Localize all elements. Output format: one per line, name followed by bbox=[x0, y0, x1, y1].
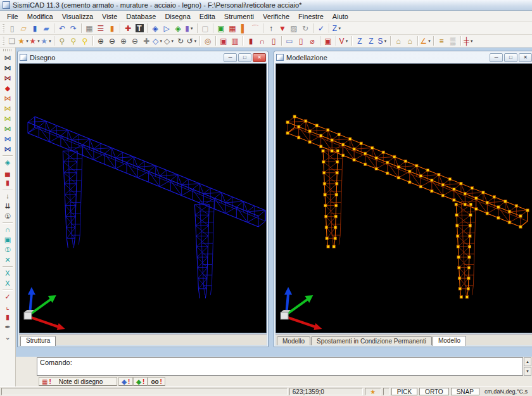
orbit-free-button-dropdown-icon[interactable]: ▼ bbox=[194, 39, 198, 43]
render-image-button[interactable]: ▣ bbox=[218, 35, 229, 47]
disegno-close-button[interactable]: ✕ bbox=[253, 53, 266, 62]
lamp-off-button[interactable]: ⚲ bbox=[56, 35, 68, 47]
notes-alert-button[interactable]: ▦! Note di disegno bbox=[39, 377, 117, 386]
modellazione-tab-modello-0[interactable]: Modello bbox=[277, 336, 310, 345]
more-tools-button[interactable]: ⌄ bbox=[2, 332, 13, 342]
panel-load-button[interactable]: ① bbox=[2, 211, 13, 221]
element-type-10-button[interactable]: ⋈ bbox=[2, 144, 13, 154]
plinth-3d-button[interactable]: ◈ bbox=[2, 157, 13, 167]
draw-line-button-dropdown-icon[interactable]: ▼ bbox=[338, 27, 341, 30]
load-case-2-button[interactable]: Z bbox=[365, 35, 377, 47]
element-type-7-button[interactable]: ⋈ bbox=[2, 113, 13, 124]
surface-tool-button[interactable]: ▨ bbox=[288, 23, 300, 34]
layer-state-orange-button[interactable]: ★▼ bbox=[18, 35, 29, 47]
check-line-button[interactable]: ✓ bbox=[2, 291, 13, 302]
toolbar-grip[interactable] bbox=[3, 49, 12, 51]
modellazione-minimize-button[interactable]: ─ bbox=[490, 53, 503, 62]
mesh-cut-button[interactable]: ✕ bbox=[2, 255, 13, 265]
pile-cap-button[interactable]: ▄ bbox=[2, 167, 13, 177]
verify-v-button[interactable]: V▼ bbox=[338, 35, 350, 47]
eyedropper-button[interactable]: ✒ bbox=[2, 322, 13, 332]
element-type-4-button[interactable]: ◆ bbox=[2, 83, 13, 93]
menu-edita[interactable]: Edita bbox=[195, 12, 220, 21]
modellazione-canvas[interactable] bbox=[276, 63, 532, 333]
window-disegno[interactable]: Disegno ─ □ ✕ Struttura bbox=[17, 51, 269, 347]
element-type-2-button[interactable]: ⋈ bbox=[2, 63, 13, 73]
terrain-button[interactable]: ▒ bbox=[447, 35, 459, 47]
layer-state-blue-button-dropdown-icon[interactable]: ▼ bbox=[48, 39, 52, 43]
view-north-button[interactable]: ◈ bbox=[149, 23, 161, 34]
element-type-8-button[interactable]: ⋈ bbox=[2, 124, 13, 134]
distributed-load-button[interactable]: ⇊ bbox=[2, 201, 13, 211]
menu-disegna[interactable]: Disegna bbox=[160, 12, 194, 21]
command-scroll-up-button[interactable]: ▲ bbox=[524, 357, 531, 366]
load-combo-button[interactable]: S▼ bbox=[377, 35, 388, 47]
element-type-1-button[interactable]: ⋈ bbox=[2, 53, 13, 63]
axis-tool-button[interactable]: ↑ bbox=[265, 23, 277, 34]
render-button[interactable]: ▮▼ bbox=[184, 23, 195, 34]
menu-file[interactable]: File bbox=[3, 12, 23, 21]
menu-viste[interactable]: Viste bbox=[98, 12, 122, 21]
orbit-button[interactable]: ↻ bbox=[175, 35, 186, 47]
roof-wind-button[interactable]: ⌂ bbox=[404, 35, 415, 47]
element-type-6-button[interactable]: ⋈ bbox=[2, 103, 13, 113]
save-view-button[interactable]: ▮ bbox=[2, 312, 13, 322]
angle-button[interactable]: ∠▼ bbox=[420, 35, 431, 47]
element-type-5-button[interactable]: ⋈ bbox=[2, 93, 13, 103]
panel-one-button[interactable]: ① bbox=[2, 245, 13, 255]
new-file-button[interactable]: ▯ bbox=[6, 23, 18, 34]
load-combo-button-dropdown-icon[interactable]: ▼ bbox=[384, 39, 388, 43]
disegno-titlebar[interactable]: Disegno ─ □ ✕ bbox=[18, 51, 268, 63]
draw-line-button[interactable]: Z▼ bbox=[331, 23, 343, 34]
modellazione-close-button[interactable]: ✕ bbox=[519, 53, 532, 62]
rotate-tool-button[interactable]: ↻ bbox=[300, 23, 311, 34]
render-button-dropdown-icon[interactable]: ▼ bbox=[190, 27, 194, 30]
note-search-button[interactable]: oo! bbox=[148, 377, 165, 386]
dome-button[interactable]: ∩ bbox=[256, 35, 268, 47]
diagram-window-button[interactable]: ⌒ bbox=[250, 23, 261, 34]
materials-button[interactable]: ▮ bbox=[106, 23, 118, 34]
disegno-canvas[interactable] bbox=[19, 63, 267, 333]
menu-aiuto[interactable]: Aiuto bbox=[328, 12, 353, 21]
table-window-button[interactable]: ▣ bbox=[215, 23, 227, 34]
orto-toggle[interactable]: ORTO bbox=[419, 388, 449, 395]
toolbar-grip[interactable] bbox=[2, 24, 4, 33]
view-2d-button-dropdown-icon[interactable]: ▼ bbox=[159, 39, 163, 43]
text-x12-button[interactable]: X bbox=[2, 278, 13, 288]
menu-finestre[interactable]: Finestre bbox=[294, 12, 328, 21]
steel-beam-button[interactable]: ╪▼ bbox=[463, 35, 474, 47]
view-plan-button[interactable]: ▷ bbox=[161, 23, 172, 34]
layer-state-panel[interactable]: ★ bbox=[365, 388, 381, 395]
zoom-previous-button[interactable]: ⊖ bbox=[106, 35, 118, 47]
load-case-1-button[interactable]: Z bbox=[354, 35, 365, 47]
save-all-button[interactable]: ▰ bbox=[41, 23, 52, 34]
element-type-9-button[interactable]: ⋈ bbox=[2, 134, 13, 144]
app-titlebar[interactable]: SismiCAD 11.3 (cemento armato - murature… bbox=[0, 0, 532, 11]
view-3d-button-dropdown-icon[interactable]: ▼ bbox=[170, 39, 174, 43]
pile-button[interactable]: ▯ bbox=[268, 35, 279, 47]
chart-window-button[interactable]: ▌ bbox=[238, 23, 250, 34]
text-style-button[interactable]: T bbox=[134, 23, 145, 34]
note-view-blue-button[interactable]: ◈! bbox=[118, 377, 133, 386]
point-load-button[interactable]: ↓ bbox=[2, 191, 13, 201]
column-scheme-button[interactable]: ▯ bbox=[295, 35, 307, 47]
disegno-minimize-button[interactable]: ─ bbox=[224, 53, 237, 62]
verify-v-button-dropdown-icon[interactable]: ▼ bbox=[345, 39, 349, 43]
sections-button[interactable]: ✚ bbox=[122, 23, 134, 34]
modellazione-tab-spostamenti-in-condizione-permanenti-1[interactable]: Spostamenti in Condizione Permanenti bbox=[311, 336, 432, 345]
angle-button-dropdown-icon[interactable]: ▼ bbox=[428, 39, 431, 43]
text-xa-button[interactable]: X bbox=[2, 268, 13, 278]
section-view-button[interactable]: ▼ bbox=[277, 23, 288, 34]
modellazione-titlebar[interactable]: Modellazione ─ □ ✕ bbox=[274, 51, 532, 63]
view-axon-button[interactable]: ◈ bbox=[172, 23, 184, 34]
panel-button[interactable]: ▣ bbox=[2, 234, 13, 245]
layer-state-red-button-dropdown-icon[interactable]: ▼ bbox=[37, 39, 41, 43]
save-file-button[interactable]: ▮ bbox=[29, 23, 41, 34]
menu-modifica[interactable]: Modifica bbox=[23, 12, 58, 21]
polyline-button[interactable]: ⌞ bbox=[2, 302, 13, 312]
undo-button[interactable]: ↶ bbox=[56, 23, 68, 34]
layer-state-red-button[interactable]: ★▼ bbox=[29, 35, 41, 47]
column-3d-button[interactable]: ▮ bbox=[2, 177, 13, 188]
blank-view-button[interactable]: ▢ bbox=[200, 23, 211, 34]
layers-button[interactable]: ❏ bbox=[6, 35, 18, 47]
